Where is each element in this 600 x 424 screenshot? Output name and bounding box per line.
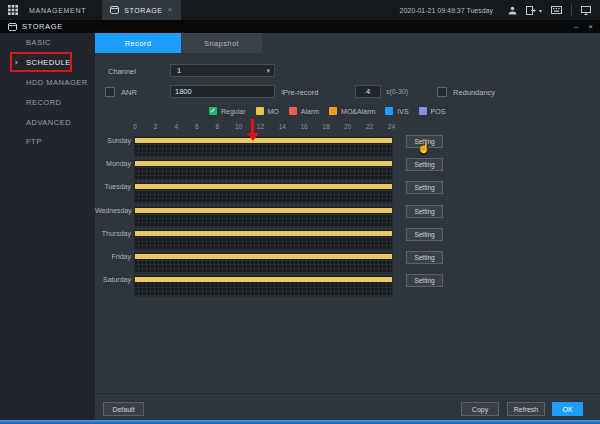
check-icon: ✓ bbox=[210, 107, 216, 115]
tab-close-icon[interactable]: × bbox=[167, 6, 172, 14]
schedule-day-row: Tuesday Setting bbox=[95, 183, 600, 203]
close-icon[interactable]: × bbox=[588, 23, 593, 31]
schedule-day-row: Friday Setting bbox=[95, 253, 600, 273]
schedule-timeline-grid[interactable] bbox=[135, 160, 392, 180]
sidebar-item-label: ADVANCED bbox=[26, 118, 71, 127]
redundancy-checkbox[interactable] bbox=[437, 87, 447, 97]
record-period-bar[interactable] bbox=[135, 184, 392, 189]
logout-icon[interactable] bbox=[526, 6, 536, 15]
schedule-timeline-grid[interactable] bbox=[135, 183, 392, 203]
day-label: Thursday bbox=[95, 230, 131, 237]
chevron-down-icon: ▾ bbox=[266, 67, 274, 75]
record-type-color-checkbox[interactable] bbox=[289, 107, 297, 115]
schedule-timeline-grid[interactable] bbox=[135, 137, 392, 157]
sidebar-item[interactable]: ADVANCED bbox=[0, 112, 95, 132]
pre-record-unit: s(0-30) bbox=[386, 88, 408, 95]
legend-item[interactable]: MO&Alarm bbox=[329, 107, 375, 115]
hour-tick-label: 18 bbox=[322, 123, 329, 130]
setting-button[interactable]: Setting bbox=[406, 251, 443, 264]
screen-icon[interactable] bbox=[581, 6, 591, 15]
legend-label: POS bbox=[431, 108, 446, 115]
minimize-icon[interactable]: – bbox=[574, 23, 578, 31]
setting-button[interactable]: Setting bbox=[406, 274, 443, 287]
setting-button[interactable]: Setting bbox=[406, 228, 443, 241]
hour-tick-label: 4 bbox=[173, 123, 179, 130]
anr-checkbox[interactable] bbox=[105, 87, 115, 97]
record-type-color-checkbox[interactable] bbox=[256, 107, 264, 115]
pre-record-input[interactable] bbox=[355, 85, 381, 98]
legend-label: Alarm bbox=[301, 108, 319, 115]
schedule-timeline-grid[interactable] bbox=[135, 207, 392, 227]
record-period-bar[interactable] bbox=[135, 208, 392, 213]
record-period-bar[interactable] bbox=[135, 138, 392, 143]
schedule-day-row: Saturday Setting bbox=[95, 276, 600, 296]
tab-snapshot[interactable]: Snapshot bbox=[181, 33, 262, 53]
record-type-color-checkbox[interactable] bbox=[419, 107, 427, 115]
storage-tab[interactable]: STORAGE × bbox=[102, 0, 181, 20]
hour-tick-label: 2 bbox=[153, 123, 159, 130]
page-title: STORAGE bbox=[22, 22, 63, 31]
hour-tick-label: 10 bbox=[235, 123, 242, 130]
record-type-color-checkbox[interactable] bbox=[329, 107, 337, 115]
management-menu[interactable]: MANAGEMENT bbox=[29, 7, 86, 14]
apps-grid-icon[interactable] bbox=[8, 5, 18, 15]
hour-tick-label: 8 bbox=[214, 123, 220, 130]
anr-input[interactable] bbox=[170, 85, 275, 98]
sidebar-item[interactable]: FTP bbox=[0, 132, 95, 152]
schedule-timeline-grid[interactable] bbox=[135, 276, 392, 296]
active-arrow-icon: › bbox=[15, 58, 18, 67]
setting-button[interactable]: Setting bbox=[406, 158, 443, 171]
storage-tab-label: STORAGE bbox=[124, 7, 162, 14]
setting-button[interactable]: Setting bbox=[406, 135, 443, 148]
schedule-timeline-grid[interactable] bbox=[135, 230, 392, 250]
record-period-bar[interactable] bbox=[135, 254, 392, 259]
hour-tick-label: 12 bbox=[257, 123, 264, 130]
record-period-bar[interactable] bbox=[135, 161, 392, 166]
record-type-color-checkbox[interactable] bbox=[385, 107, 393, 115]
record-period-bar[interactable] bbox=[135, 231, 392, 236]
sidebar-item-label: FTP bbox=[26, 137, 42, 146]
storage-icon bbox=[8, 23, 17, 31]
legend-item[interactable]: POS bbox=[419, 107, 446, 115]
record-period-bar[interactable] bbox=[135, 277, 392, 282]
legend-label: MO&Alarm bbox=[341, 108, 375, 115]
sidebar-item[interactable]: RECORD bbox=[0, 92, 95, 112]
legend-item[interactable]: IVS bbox=[385, 107, 408, 115]
channel-select[interactable]: 1 ▾ bbox=[170, 64, 275, 77]
sidebar-item[interactable]: › SCHEDULE bbox=[0, 53, 95, 73]
user-icon[interactable] bbox=[508, 6, 517, 15]
hour-tick-label: 6 bbox=[194, 123, 200, 130]
default-button[interactable]: Default bbox=[103, 402, 144, 416]
timeline-hours: 024681012141618202224 bbox=[132, 123, 395, 130]
legend-item[interactable]: MO bbox=[256, 107, 279, 115]
chevron-down-icon[interactable]: ▾ bbox=[539, 7, 542, 14]
window-title-bar: STORAGE – × bbox=[0, 20, 600, 33]
channel-value: 1 bbox=[177, 66, 181, 75]
sidebar: BASIC › SCHEDULE HDD MANAGER RECORD ADVA… bbox=[0, 33, 95, 420]
channel-label: Channel bbox=[108, 67, 136, 76]
storage-icon bbox=[110, 6, 119, 14]
hour-tick-label: 20 bbox=[344, 123, 351, 130]
bottom-edge-strip bbox=[0, 420, 600, 424]
legend-item[interactable]: ✓ Regular bbox=[209, 107, 246, 115]
record-snapshot-tabs: Record Snapshot bbox=[95, 33, 262, 53]
schedule-timeline-grid[interactable] bbox=[135, 253, 392, 273]
legend-item[interactable]: Alarm bbox=[289, 107, 319, 115]
keyboard-icon[interactable] bbox=[551, 6, 562, 14]
sidebar-item[interactable]: HDD MANAGER bbox=[0, 73, 95, 93]
sidebar-item[interactable]: BASIC bbox=[0, 33, 95, 53]
copy-button[interactable]: Copy bbox=[461, 402, 499, 416]
record-type-color-checkbox[interactable]: ✓ bbox=[209, 107, 217, 115]
ok-button[interactable]: OK bbox=[552, 402, 583, 416]
setting-button[interactable]: Setting bbox=[406, 205, 443, 218]
tab-record[interactable]: Record bbox=[95, 33, 181, 53]
legend-label: Regular bbox=[221, 108, 246, 115]
hour-tick-label: 14 bbox=[279, 123, 286, 130]
divider bbox=[95, 393, 600, 394]
anr-label: ANR bbox=[121, 88, 137, 97]
day-label: Sunday bbox=[95, 137, 131, 144]
setting-button[interactable]: Setting bbox=[406, 181, 443, 194]
sidebar-item-label: RECORD bbox=[26, 98, 62, 107]
refresh-button[interactable]: Refresh bbox=[507, 402, 545, 416]
day-label: Wednesday bbox=[95, 207, 131, 214]
